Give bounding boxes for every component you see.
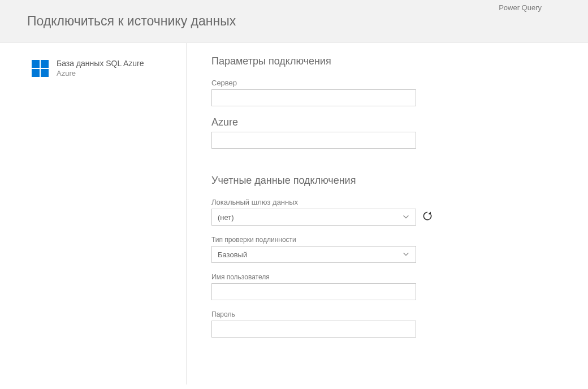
gateway-value: (нет) [218, 213, 234, 222]
sidebar: База данных SQL Azure Azure [0, 43, 187, 384]
azure-label: Azure [211, 116, 565, 128]
windows-icon [32, 60, 49, 79]
section-connection-params: Параметры подключения [211, 55, 565, 67]
gateway-select[interactable]: (нет) [211, 209, 416, 226]
brand-label: Power Query [499, 3, 542, 12]
username-input[interactable] [211, 283, 416, 300]
svg-rect-0 [32, 60, 40, 68]
field-password: Пароль [211, 310, 565, 338]
section-connection-creds: Учетные данные подключения [211, 175, 565, 187]
server-label: Сервер [211, 79, 565, 87]
header: Power Query Подключиться к источнику дан… [0, 0, 588, 43]
field-username: Имя пользователя [211, 273, 565, 300]
password-label: Пароль [211, 310, 565, 318]
source-title: База данных SQL Azure [57, 59, 144, 68]
field-auth-type: Тип проверки подлинности Базовый [211, 236, 565, 263]
gateway-label: Локальный шлюз данных [211, 198, 565, 206]
field-azure: Azure [211, 116, 565, 149]
username-label: Имя пользователя [211, 273, 565, 281]
main-panel: Параметры подключения Сервер Azure Учетн… [187, 43, 588, 384]
field-server: Сервер [211, 79, 565, 106]
field-gateway: Локальный шлюз данных (нет) [211, 198, 565, 226]
data-source-item[interactable]: База данных SQL Azure Azure [32, 59, 175, 79]
chevron-down-icon [402, 250, 410, 260]
password-input[interactable] [211, 321, 416, 338]
auth-type-value: Базовый [218, 250, 247, 259]
content: База данных SQL Azure Azure Параметры по… [0, 43, 588, 384]
chevron-down-icon [402, 213, 410, 222]
azure-input[interactable] [211, 132, 416, 149]
page-title: Подключиться к источнику данных [27, 14, 565, 29]
refresh-icon[interactable] [422, 210, 433, 224]
svg-rect-3 [41, 69, 49, 77]
source-subtitle: Azure [57, 69, 144, 77]
svg-rect-2 [32, 69, 40, 77]
svg-rect-1 [41, 60, 49, 68]
server-input[interactable] [211, 89, 416, 106]
auth-type-select[interactable]: Базовый [211, 246, 416, 263]
auth-type-label: Тип проверки подлинности [211, 236, 565, 244]
